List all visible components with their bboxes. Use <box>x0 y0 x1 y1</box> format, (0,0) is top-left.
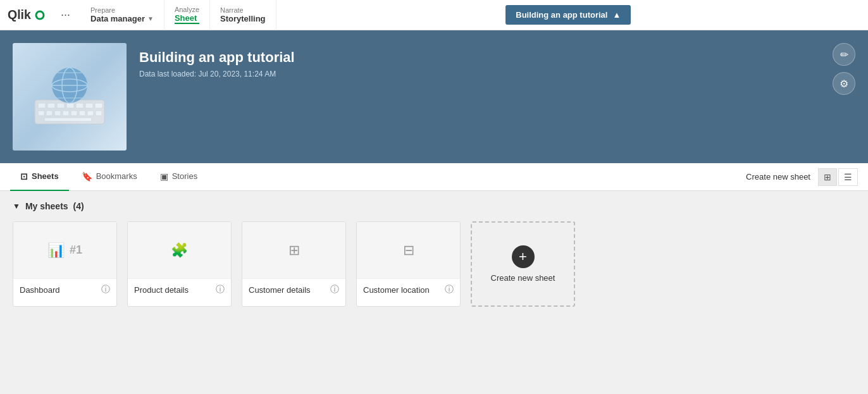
sheet-thumb-product-details: 🧩 <box>128 222 231 279</box>
my-sheets-label: My sheets <box>25 201 68 211</box>
hero-thumbnail <box>13 43 127 151</box>
svg-rect-16 <box>79 111 85 116</box>
svg-rect-13 <box>54 111 61 116</box>
tab-sheets-label: Sheets <box>32 171 59 181</box>
sheet-card-dashboard[interactable]: 📊 #1 Dashboard ⓘ <box>13 221 117 307</box>
analyze-sub: Sheet <box>175 13 199 24</box>
pencil-icon: ✏ <box>840 49 848 61</box>
narrate-sub: Storytelling <box>220 14 266 23</box>
svg-text:Qlik: Qlik <box>8 8 31 22</box>
sheet-card-product-details[interactable]: 🧩 Product details ⓘ <box>127 221 232 307</box>
info-icon-customer-details[interactable]: ⓘ <box>330 284 339 295</box>
hash-icon: #1 <box>70 243 82 257</box>
sheet-name-product: Product details <box>134 285 189 295</box>
analyze-label: Analyze <box>175 6 199 13</box>
svg-rect-14 <box>63 111 69 116</box>
info-icon-dashboard[interactable]: ⓘ <box>101 284 110 295</box>
bookmark-icon: 🔖 <box>82 171 92 182</box>
sheets-icon: ⊡ <box>20 171 28 182</box>
create-new-sheet-card[interactable]: + Create new sheet <box>471 221 575 307</box>
sheet-thumb-dashboard: 📊 #1 <box>13 222 116 279</box>
app-title-arrow-icon: ▲ <box>612 10 621 20</box>
svg-rect-12 <box>46 111 53 116</box>
create-new-sheet-link[interactable]: Create new sheet <box>746 172 810 182</box>
qlik-logo[interactable]: Qlik <box>8 6 46 25</box>
tab-bookmarks-label: Bookmarks <box>96 171 137 181</box>
sheet-name-dashboard: Dashboard <box>20 285 60 295</box>
sheet-card-customer-location[interactable]: ⊟ Customer location ⓘ <box>356 221 461 307</box>
svg-rect-18 <box>96 111 102 116</box>
sheet-thumb-customer-details: ⊞ <box>242 222 345 279</box>
nav-analyze[interactable]: Analyze Sheet <box>164 0 210 30</box>
puzzle-icon: 🧩 <box>171 242 188 259</box>
svg-rect-11 <box>38 111 44 116</box>
tab-sheets[interactable]: ⊡ Sheets <box>10 163 69 191</box>
sheet-card-customer-details[interactable]: ⊞ Customer details ⓘ <box>242 221 346 307</box>
settings-button[interactable]: ⚙ <box>833 72 855 95</box>
stories-icon: ▣ <box>160 171 168 182</box>
svg-rect-5 <box>47 103 55 108</box>
svg-rect-15 <box>71 111 77 116</box>
svg-rect-7 <box>66 103 74 108</box>
hero-actions: ✏ ⚙ <box>833 43 855 95</box>
svg-rect-19 <box>44 118 92 121</box>
info-icon-product[interactable]: ⓘ <box>216 284 225 295</box>
nav-center: Building an app tutorial ▲ <box>276 5 860 25</box>
new-sheet-label: Create new sheet <box>491 273 555 283</box>
tabs-bar: ⊡ Sheets 🔖 Bookmarks ▣ Stories Create ne… <box>0 163 868 191</box>
tab-stories[interactable]: ▣ Stories <box>150 163 208 191</box>
my-sheets-count: (4) <box>73 201 84 211</box>
sheet-card-footer-dashboard: Dashboard ⓘ <box>13 279 116 300</box>
gear-icon: ⚙ <box>840 78 848 90</box>
my-sheets-section-header: ▼ My sheets (4) <box>13 201 855 211</box>
prepare-label: Prepare <box>90 6 154 14</box>
tab-bookmarks[interactable]: 🔖 Bookmarks <box>71 163 147 191</box>
app-title-button[interactable]: Building an app tutorial ▲ <box>505 5 631 25</box>
edit-button[interactable]: ✏ <box>833 43 855 66</box>
prepare-dropdown-icon: ▼ <box>147 15 154 22</box>
grid-icon: ⊞ <box>288 242 300 259</box>
sheet-card-footer-customer-location: Customer location ⓘ <box>357 279 460 300</box>
grid-view-button[interactable]: ⊞ <box>818 168 837 186</box>
hero-banner: Building an app tutorial Data last loade… <box>0 30 868 163</box>
more-menu-button[interactable]: ··· <box>56 6 75 24</box>
top-nav: Qlik ··· Prepare Data manager ▼ Analyze … <box>0 0 868 30</box>
collapse-arrow-icon[interactable]: ▼ <box>13 202 20 211</box>
tab-stories-label: Stories <box>172 171 197 181</box>
table-icon: ⊟ <box>403 242 414 259</box>
info-icon-customer-location[interactable]: ⓘ <box>445 284 454 295</box>
prepare-sub: Data manager <box>90 14 145 23</box>
sheet-name-customer-details: Customer details <box>249 285 311 295</box>
sheets-grid: 📊 #1 Dashboard ⓘ 🧩 Product details ⓘ <box>13 221 855 307</box>
hero-info: Building an app tutorial Data last loade… <box>139 43 295 78</box>
svg-point-2 <box>37 12 43 18</box>
new-sheet-plus-icon: + <box>512 245 535 268</box>
view-toggle: ⊞ ☰ <box>818 168 858 186</box>
nav-narrate[interactable]: Narrate Storytelling <box>210 0 276 30</box>
hero-title: Building an app tutorial <box>139 49 295 66</box>
svg-rect-9 <box>85 103 93 108</box>
app-title-text: Building an app tutorial <box>516 10 607 20</box>
hero-subtitle: Data last loaded: Jul 20, 2023, 11:24 AM <box>139 70 295 78</box>
svg-rect-10 <box>95 103 102 108</box>
svg-rect-17 <box>87 111 94 116</box>
sheet-card-footer-product: Product details ⓘ <box>128 279 231 300</box>
svg-rect-4 <box>38 103 46 108</box>
sheet-thumb-customer-location: ⊟ <box>357 222 460 279</box>
sheet-card-footer-customer-details: Customer details ⓘ <box>242 279 345 300</box>
nav-prepare[interactable]: Prepare Data manager ▼ <box>80 0 164 30</box>
bar-chart-icon: 📊 <box>47 242 65 259</box>
list-view-button[interactable]: ☰ <box>838 168 858 186</box>
sheet-name-customer-location: Customer location <box>363 285 430 295</box>
content-area: ▼ My sheets (4) 📊 #1 Dashboard ⓘ 🧩 <box>0 191 868 381</box>
narrate-label: Narrate <box>220 6 266 14</box>
svg-rect-8 <box>76 103 84 108</box>
svg-rect-6 <box>57 103 65 108</box>
